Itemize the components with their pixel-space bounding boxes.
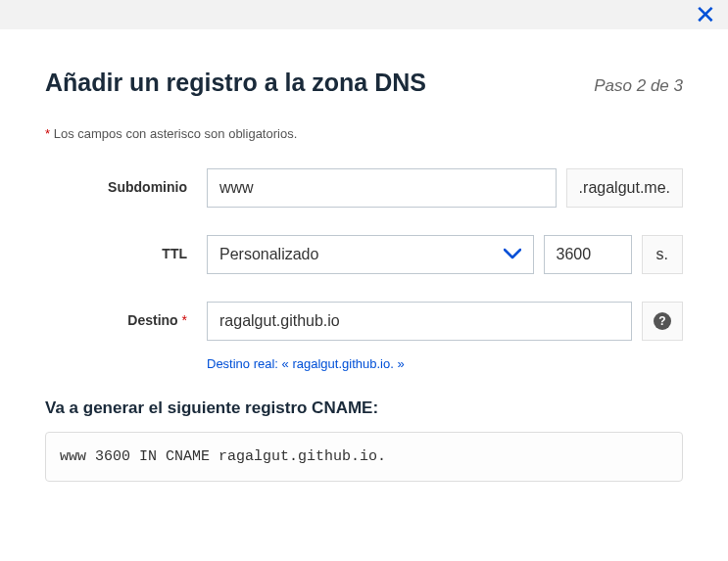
ttl-label: TTL	[45, 235, 207, 261]
destino-real-note: Destino real: « ragalgut.github.io. »	[207, 351, 683, 371]
chevron-down-icon	[504, 246, 521, 263]
destino-input[interactable]	[207, 302, 632, 341]
asterisk-icon: *	[45, 126, 50, 141]
step-indicator: Paso 2 de 3	[594, 76, 683, 96]
destino-asterisk: *	[182, 312, 187, 328]
ttl-select[interactable]: Personalizado	[207, 235, 534, 274]
subdomain-label: Subdominio	[45, 168, 207, 195]
ttl-value-input[interactable]	[544, 235, 632, 274]
preview-title: Va a generar el siguiente registro CNAME…	[45, 398, 683, 418]
destino-label: Destino	[127, 312, 177, 328]
help-icon: ?	[654, 312, 671, 330]
subdomain-input[interactable]	[207, 168, 557, 208]
ttl-row: TTL Personalizado s.	[45, 235, 683, 274]
close-icon[interactable]: ✕	[695, 2, 716, 27]
ttl-unit: s.	[642, 235, 683, 274]
subdomain-row: Subdominio .ragalgut.me.	[45, 168, 683, 208]
ttl-select-value: Personalizado	[219, 246, 318, 263]
required-note: * Los campos con asterisco son obligator…	[45, 126, 683, 141]
page-title: Añadir un registro a la zona DNS	[45, 69, 426, 97]
cname-preview: www 3600 IN CNAME ragalgut.github.io.	[45, 432, 683, 482]
required-text: Los campos con asterisco son obligatorio…	[54, 126, 298, 141]
help-button[interactable]: ?	[642, 302, 683, 341]
destino-row: Destino * ? Destino real: « ragalgut.git…	[45, 302, 683, 371]
domain-suffix: .ragalgut.me.	[566, 168, 683, 208]
